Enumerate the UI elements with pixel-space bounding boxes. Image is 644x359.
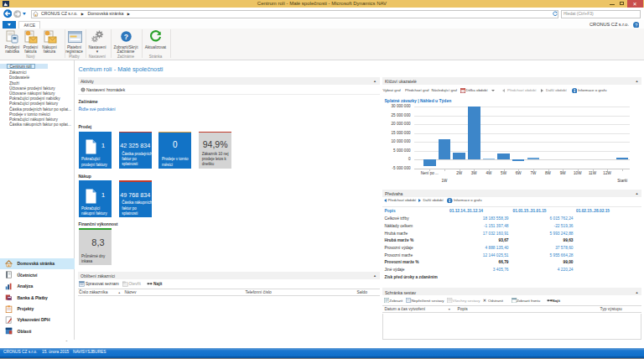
svg-text:?: ? bbox=[124, 33, 128, 41]
svg-text:?: ? bbox=[635, 22, 637, 27]
